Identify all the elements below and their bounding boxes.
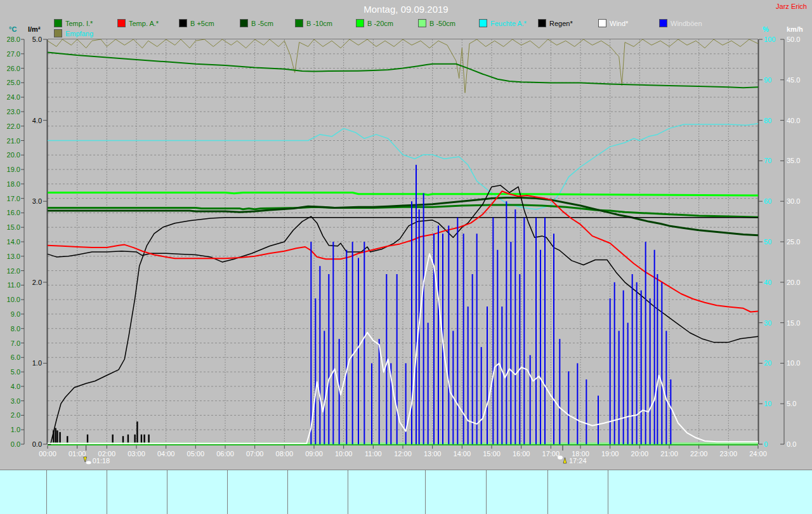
svg-text:7.0: 7.0	[11, 339, 20, 347]
boden-minus5cm-line	[48, 198, 758, 235]
table-divider	[425, 470, 426, 514]
svg-text:15.0: 15.0	[7, 223, 20, 231]
svg-text:07:00: 07:00	[246, 450, 264, 458]
svg-text:20.0: 20.0	[7, 151, 20, 159]
svg-text:19:00: 19:00	[601, 450, 619, 458]
svg-text:6.0: 6.0	[11, 353, 20, 361]
svg-text:5.0: 5.0	[787, 400, 796, 407]
table-divider	[547, 470, 548, 514]
svg-text:01:18: 01:18	[93, 457, 110, 465]
svg-text:15.0: 15.0	[787, 319, 800, 327]
svg-text:27.0: 27.0	[7, 50, 20, 58]
svg-text:16:00: 16:00	[513, 450, 530, 458]
svg-text:35.0: 35.0	[787, 157, 800, 164]
svg-text:17:00: 17:00	[542, 450, 560, 458]
svg-text:25.0: 25.0	[7, 79, 20, 86]
svg-text:14.0: 14.0	[7, 238, 20, 246]
svg-text:10: 10	[764, 400, 771, 407]
svg-text:10.0: 10.0	[787, 359, 800, 367]
km/h-axis: 0.05.010.015.020.025.030.035.040.045.050…	[780, 36, 800, 448]
svg-text:25.0: 25.0	[787, 238, 800, 246]
svg-text:10.0: 10.0	[7, 296, 20, 303]
svg-text:40: 40	[764, 279, 771, 286]
svg-text:50: 50	[764, 238, 771, 246]
svg-text:21:00: 21:00	[660, 450, 678, 458]
svg-text:03:00: 03:00	[128, 450, 145, 458]
%-axis: 0102030405060708090100	[759, 36, 775, 448]
svg-text:00:00: 00:00	[39, 450, 56, 458]
svg-text:45.0: 45.0	[787, 76, 800, 84]
time-axis: 00:0001:0002:0003:0004:0005:0006:0007:00…	[39, 445, 767, 458]
svg-text:16.0: 16.0	[7, 209, 20, 216]
svg-text:30.0: 30.0	[787, 197, 800, 205]
svg-text:13.0: 13.0	[7, 253, 20, 260]
svg-text:24.0: 24.0	[7, 93, 20, 101]
svg-text:08:00: 08:00	[276, 450, 294, 458]
weather-app-window: Montag, 09.09.2019 Jarz Erich °C l/m² % …	[0, 0, 812, 514]
svg-text:0: 0	[764, 440, 768, 448]
table-divider	[608, 470, 608, 514]
wind-line	[48, 254, 758, 444]
svg-text:30: 30	[764, 319, 771, 327]
svg-text:24:00: 24:00	[749, 450, 767, 458]
table-divider	[107, 470, 107, 514]
svg-text:12:00: 12:00	[394, 450, 412, 458]
svg-text:20:00: 20:00	[631, 450, 649, 458]
svg-text:06:00: 06:00	[216, 450, 234, 458]
svg-text:11:00: 11:00	[365, 450, 382, 458]
svg-text:5.0: 5.0	[32, 36, 42, 43]
svg-text:14:00: 14:00	[454, 450, 471, 458]
table-divider	[227, 470, 228, 514]
weather-chart: 0.01.02.03.04.05.06.07.08.09.010.011.012…	[0, 0, 812, 470]
svg-text:40.0: 40.0	[787, 117, 800, 124]
svg-text:0.0: 0.0	[32, 440, 42, 448]
svg-text:22.0: 22.0	[7, 122, 20, 130]
svg-text:09:00: 09:00	[305, 450, 323, 458]
svg-text:80: 80	[764, 117, 771, 124]
table-divider	[287, 470, 288, 514]
svg-text:15:00: 15:00	[483, 450, 501, 458]
svg-text:10:00: 10:00	[335, 450, 353, 458]
svg-text:05:00: 05:00	[187, 450, 205, 458]
svg-text:8.0: 8.0	[11, 325, 20, 333]
svg-text:18.0: 18.0	[7, 180, 20, 188]
svg-text:23.0: 23.0	[7, 108, 20, 115]
svg-text:90: 90	[764, 76, 771, 84]
summary-table	[0, 470, 812, 514]
svg-text:1.0: 1.0	[11, 426, 20, 433]
svg-text:17.0: 17.0	[7, 195, 20, 202]
svg-text:13:00: 13:00	[424, 450, 442, 458]
svg-text:17:24: 17:24	[569, 457, 587, 465]
svg-text:20.0: 20.0	[787, 279, 800, 286]
svg-text:3.0: 3.0	[11, 397, 20, 405]
svg-text:2.0: 2.0	[32, 279, 42, 286]
grid	[48, 39, 758, 444]
°C-axis: 0.01.02.03.04.05.06.07.08.09.010.011.012…	[7, 36, 24, 448]
l/m²-axis: 0.01.02.03.04.05.0	[32, 36, 47, 448]
svg-text:11.0: 11.0	[7, 281, 20, 289]
svg-text:26.0: 26.0	[7, 65, 20, 72]
svg-text:100: 100	[764, 36, 775, 43]
table-divider	[348, 470, 348, 514]
svg-text:1.0: 1.0	[32, 359, 42, 367]
table-divider	[46, 470, 47, 514]
table-divider	[167, 470, 167, 514]
svg-text:12.0: 12.0	[7, 267, 20, 275]
svg-text:01:00: 01:00	[69, 450, 86, 458]
svg-text:5.0: 5.0	[11, 368, 20, 376]
svg-text:23:00: 23:00	[720, 450, 738, 458]
rain-bars	[53, 421, 150, 444]
table-divider	[486, 470, 487, 514]
svg-text:20: 20	[764, 359, 771, 367]
svg-text:70: 70	[764, 157, 771, 164]
svg-text:28.0: 28.0	[7, 36, 20, 43]
svg-text:50.0: 50.0	[787, 36, 800, 43]
svg-text:2.0: 2.0	[11, 411, 20, 419]
svg-text:9.0: 9.0	[11, 310, 20, 318]
svg-text:3.0: 3.0	[32, 197, 42, 205]
svg-text:21.0: 21.0	[7, 137, 20, 145]
svg-text:4.0: 4.0	[32, 117, 42, 124]
svg-text:22:00: 22:00	[690, 450, 708, 458]
svg-text:19.0: 19.0	[7, 166, 20, 173]
svg-text:60: 60	[764, 197, 771, 205]
